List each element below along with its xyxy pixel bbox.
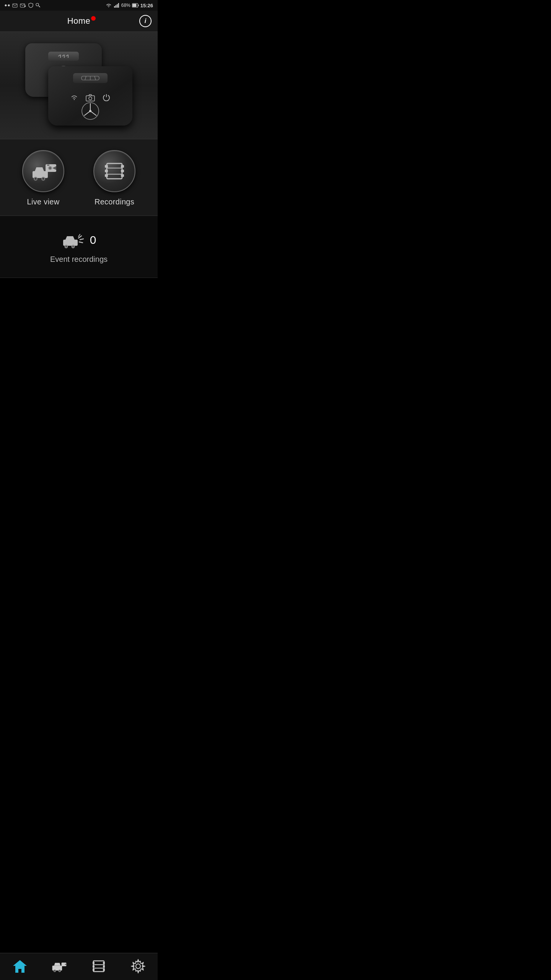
svg-rect-50 [105,170,108,172]
svg-point-37 [89,110,91,112]
live-view-action[interactable]: Live view [8,150,79,206]
svg-line-29 [95,76,96,80]
svg-rect-48 [107,163,122,179]
svg-point-0 [5,5,7,7]
svg-point-46 [49,167,51,169]
svg-rect-49 [105,165,108,168]
nav-liveview[interactable] [39,957,79,975]
power-btn-icon [101,92,112,103]
device-image-section [0,32,158,139]
svg-line-15 [58,55,60,56]
svg-rect-67 [52,965,62,970]
svg-rect-52 [121,165,124,168]
svg-point-40 [35,178,37,180]
svg-rect-53 [121,170,124,172]
svg-point-61 [72,246,74,247]
recordings-circle [93,150,135,192]
recording-indicator [91,16,96,21]
nav-home[interactable] [0,957,39,975]
svg-rect-38 [33,171,48,178]
battery-icon [132,3,139,8]
nav-settings[interactable] [118,957,158,975]
dots-icon [5,3,10,8]
page-title: Home [67,16,91,26]
wifi-icon [105,3,112,8]
svg-rect-13 [138,5,139,6]
svg-point-31 [89,97,92,100]
svg-rect-54 [121,174,124,177]
wifi-btn-icon [69,92,80,103]
svg-rect-78 [103,962,105,964]
nav-liveview-icon [52,959,67,974]
svg-line-17 [62,55,64,56]
events-count: 0 [90,234,96,247]
svg-rect-57 [63,240,78,246]
svg-point-5 [36,3,39,6]
home-icon [12,959,28,974]
device-illustration [18,39,140,131]
svg-rect-76 [93,965,95,967]
mercedes-star-front [81,102,99,120]
battery-percent: 68% [121,3,130,8]
svg-point-69 [54,970,55,972]
svg-line-27 [85,76,86,80]
svg-rect-14 [132,4,136,7]
svg-marker-66 [13,960,27,973]
nav-recordings-icon [91,959,106,974]
recordings-icon [103,160,126,183]
crash-car-icon [62,231,85,249]
recordings-label: Recordings [95,198,134,206]
recordings-action[interactable]: Recordings [79,150,150,206]
camera-btn-icon [85,92,96,103]
svg-line-19 [66,55,68,56]
svg-rect-30 [86,96,95,101]
live-view-icon [29,160,57,183]
svg-line-63 [80,239,83,240]
svg-rect-9 [115,5,116,8]
time: 15:26 [140,3,153,8]
actions-section: Live view Recordings [0,139,158,216]
settings-icon [130,959,146,974]
gmail-icon [12,3,18,8]
svg-rect-80 [103,969,105,971]
svg-rect-47 [47,165,49,166]
events-section: 0 Event recordings [0,216,158,278]
device-front-buttons [69,92,112,103]
svg-line-65 [78,234,80,237]
signal-icon [114,3,120,8]
live-view-label: Live view [27,198,60,206]
shield-icon [28,3,33,8]
device-back-top-button [48,52,79,61]
svg-rect-11 [118,3,119,8]
svg-rect-77 [93,969,95,971]
events-label: Event recordings [50,255,108,264]
svg-rect-10 [117,4,118,8]
svg-point-71 [59,970,60,972]
svg-line-64 [79,242,83,243]
svg-point-59 [65,246,67,247]
status-bar: 68% 15:26 [0,0,158,11]
nav-recordings[interactable] [79,957,118,975]
svg-rect-8 [114,6,115,8]
svg-rect-79 [103,965,105,967]
svg-point-42 [42,178,44,180]
live-view-circle [22,150,64,192]
bottom-nav [0,953,158,980]
status-icons-left [5,3,40,8]
svg-rect-74 [93,961,104,972]
device-front [48,66,132,126]
mail-forward-icon [20,3,26,8]
header: Home i [0,11,158,32]
svg-point-1 [8,5,10,7]
svg-rect-75 [93,962,95,964]
svg-point-83 [136,964,140,969]
events-row: 0 [62,231,96,249]
key-icon [36,3,40,8]
status-icons-right: 68% 15:26 [105,3,153,8]
svg-rect-51 [105,174,108,177]
info-button[interactable]: i [139,15,152,27]
device-front-top-button [73,73,108,83]
